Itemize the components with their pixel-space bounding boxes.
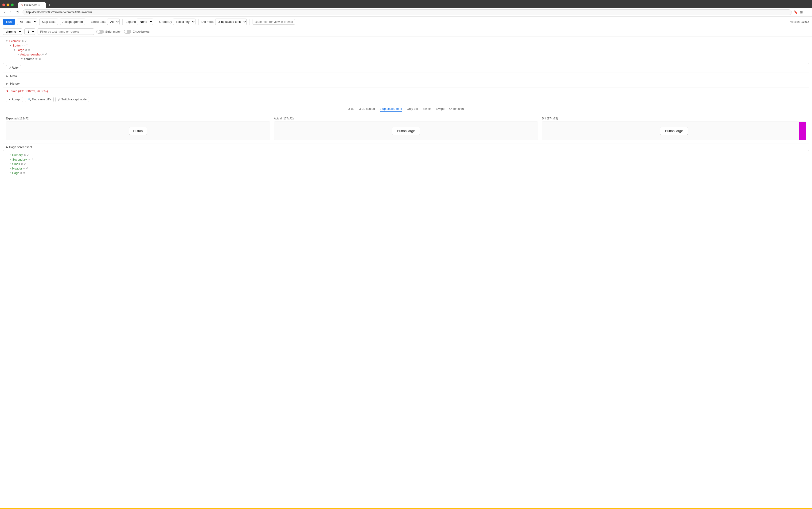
tree-item-page[interactable]: ✓ Page ⧉ ↺	[0, 171, 812, 175]
filter-input[interactable]	[38, 29, 94, 35]
tree-item-secondary[interactable]: ✓ Secondary ⧉ ↺	[0, 157, 812, 162]
maximize-button[interactable]	[11, 3, 14, 6]
separator-5	[250, 19, 250, 25]
diff-overlay	[799, 122, 806, 140]
close-button[interactable]	[2, 3, 5, 6]
link-icon-example[interactable]: ⧉	[22, 39, 24, 42]
chrome-select[interactable]: chrome	[3, 29, 22, 35]
collapse-icon-autoscreenshot: ▼	[17, 53, 19, 56]
tab-switch[interactable]: Switch	[422, 106, 431, 112]
forward-button[interactable]: ›	[9, 10, 13, 15]
tab-close-icon[interactable]: ✕	[38, 4, 40, 7]
extensions-icon[interactable]: ⊞	[799, 10, 804, 14]
tree-item-button[interactable]: ▼ Button ⧉ ↺	[0, 43, 812, 48]
diff-image-box: Diff (174x72) Button large	[542, 117, 806, 140]
tab-favicon: G	[21, 4, 23, 7]
group-by-select[interactable]: select key	[173, 19, 195, 25]
base-host-input[interactable]	[253, 19, 295, 25]
tab-swipe[interactable]: Swipe	[436, 106, 445, 112]
collapse-icon-chrome: ▼	[21, 58, 23, 60]
strict-match-knob	[97, 30, 100, 33]
tree-item-large[interactable]: ▼ Large ⧉ ↺	[0, 48, 812, 52]
separator-2	[122, 19, 123, 25]
tab-3up[interactable]: 3-up	[348, 106, 354, 112]
refresh-icon-header[interactable]: ↺	[26, 167, 28, 170]
page-screenshot-row: ▶ Page screenshot	[3, 143, 809, 151]
new-tab-button[interactable]: +	[47, 2, 52, 8]
version-label: Version	[790, 20, 800, 24]
collapse-icon-page: ✓	[9, 172, 11, 174]
tree-item-example[interactable]: ▼ Example ⧉ ↺	[0, 39, 812, 43]
diff-mode-select[interactable]: 3-up scaled to fit	[215, 19, 247, 25]
tab-onion-skin[interactable]: Onion skin	[449, 106, 464, 112]
find-same-diffs-button[interactable]: 🔍 Find same diffs	[25, 97, 53, 102]
minimize-button[interactable]	[7, 3, 9, 6]
refresh-icon-example[interactable]: ↺	[25, 39, 27, 42]
link-icon-page[interactable]: ⧉	[20, 171, 22, 174]
stop-tests-button[interactable]: Stop tests	[39, 19, 58, 25]
refresh-icon-button[interactable]: ↺	[25, 44, 28, 47]
accept-button[interactable]: ✓ Accept	[6, 97, 23, 102]
run-button[interactable]: Run	[3, 19, 15, 25]
version-badge: Version 10.6.7	[790, 20, 809, 24]
filter-bar: chrome 1 Strict match Checkboxes	[0, 27, 812, 36]
refresh-icon-primary[interactable]: ↺	[27, 154, 29, 157]
strict-match-toggle[interactable]	[96, 30, 104, 34]
tab-only-diff[interactable]: Only diff	[407, 106, 418, 112]
tree-item-small[interactable]: ✓ Small ⧉ ↺	[0, 162, 812, 166]
retry-button[interactable]: ↺ Retry	[6, 65, 21, 70]
app-toolbar: Run All Tests Stop tests Accept opened S…	[0, 17, 812, 27]
accept-opened-button[interactable]: Accept opened	[60, 19, 85, 25]
back-button[interactable]: ‹	[3, 10, 7, 15]
meta-label[interactable]: Meta	[10, 74, 17, 78]
address-input[interactable]	[23, 9, 792, 15]
tree-item-header[interactable]: ✓ Header ⧉ ↺	[0, 166, 812, 171]
reload-button[interactable]: ↻	[15, 10, 21, 15]
tree-item-primary[interactable]: ✓ Primary ⧉ ↺	[0, 153, 812, 157]
diff-button: Button large	[660, 127, 689, 135]
refresh-icon-small[interactable]: ↺	[24, 163, 26, 166]
checkboxes-toggle[interactable]	[124, 30, 131, 34]
tree-item-autoscreenshot[interactable]: ▼ Autoscreenshot ⧉ ↺	[0, 52, 812, 57]
page-screenshot-label: Page screenshot	[9, 145, 32, 149]
link-icon-large[interactable]: ⧉	[25, 48, 27, 52]
collapse-icon-example: ▼	[6, 40, 8, 42]
instance-select[interactable]: 1	[25, 29, 35, 35]
refresh-icon-autoscreenshot[interactable]: ↺	[45, 53, 47, 56]
link-icon-primary[interactable]: ⧉	[24, 154, 26, 157]
active-tab[interactable]: G Gui report ✕	[18, 2, 46, 8]
show-tests-select[interactable]: All	[107, 19, 120, 25]
link-icon-chrome[interactable]: ⧉	[39, 57, 41, 60]
browser-chrome: G Gui report ✕ +	[0, 0, 812, 8]
all-tests-select[interactable]: All Tests	[17, 19, 37, 25]
eye-icon-chrome[interactable]: 👁	[35, 57, 38, 61]
link-icon-secondary[interactable]: ⧉	[28, 158, 30, 161]
link-icon-small[interactable]: ⧉	[21, 163, 23, 166]
history-chevron-icon: ▶	[6, 82, 8, 86]
result-panel: ↺ Retry ▶ Meta ▶ History ▼ plain (diff: …	[3, 63, 809, 151]
refresh-icon-page[interactable]: ↺	[23, 171, 25, 174]
history-label[interactable]: History	[10, 82, 20, 86]
tree-item-chrome[interactable]: ▼ chrome 👁 ⧉	[0, 57, 812, 61]
link-icon-button[interactable]: ⧉	[23, 44, 25, 47]
refresh-icon-secondary[interactable]: ↺	[31, 158, 33, 161]
switch-accept-mode-button[interactable]: ⇄ Switch accept mode	[56, 97, 89, 102]
menu-icon[interactable]: ⋮	[805, 10, 809, 14]
refresh-icon-large[interactable]: ↺	[28, 48, 30, 52]
page-screenshot-toggle[interactable]: ▶ Page screenshot	[6, 145, 806, 149]
link-icon-header[interactable]: ⧉	[23, 167, 25, 170]
actual-container: Button large	[274, 122, 538, 140]
collapse-icon-large: ▼	[13, 49, 15, 51]
tree-label-secondary: Secondary	[12, 158, 27, 161]
checkboxes-label: Checkboxes	[133, 30, 150, 33]
tab-3up-scaled[interactable]: 3-up scaled	[359, 106, 375, 112]
tab-3up-scaled-fit[interactable]: 3-up scaled to fit	[380, 106, 402, 112]
bookmark-icon[interactable]: 🔖	[794, 10, 798, 14]
expand-select[interactable]: None	[137, 19, 153, 25]
link-icon-autoscreenshot[interactable]: ⧉	[42, 53, 44, 56]
checkboxes-knob	[124, 30, 127, 33]
collapse-icon-header: ✓	[9, 167, 11, 170]
meta-row: ▶ Meta	[3, 72, 809, 80]
version-value: 10.6.7	[802, 20, 809, 24]
collapse-icon-button: ▼	[9, 44, 12, 47]
